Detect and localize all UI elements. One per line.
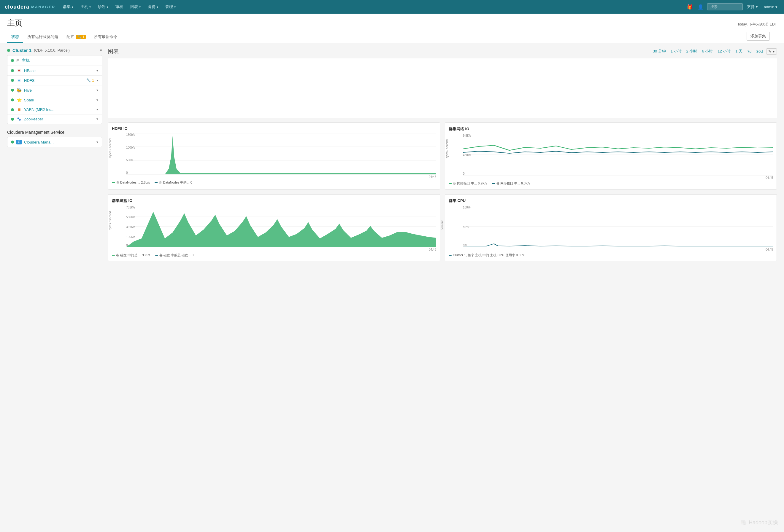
cluster-dropdown-icon[interactable]: ▾ xyxy=(100,48,102,53)
chevron-down-icon: ▾ xyxy=(89,5,91,9)
network-io-y-label: bytes / second xyxy=(445,139,449,158)
logo: cloudera MANAGER xyxy=(5,4,55,10)
time-2hr[interactable]: 2 小时 xyxy=(685,48,699,55)
tab-status[interactable]: 状态 xyxy=(7,32,23,43)
hosts-link[interactable]: 主机 xyxy=(22,58,30,63)
svg-marker-13 xyxy=(126,212,436,247)
hdfs-io-y-100: 100b/s xyxy=(126,146,135,149)
mgmt-service-link[interactable]: Cloudera Mana... xyxy=(24,140,94,144)
legend-color xyxy=(112,255,115,256)
network-io-title: 群集网络 IO xyxy=(449,126,773,132)
cpu-y-100: 100% xyxy=(463,206,471,209)
main-content: Cluster 1 (CDH 5.10.0, Parcel) ▾ ⊞ 主机 H … xyxy=(0,43,784,532)
hosts-status-dot xyxy=(11,59,14,62)
service-status-dot xyxy=(11,69,14,72)
network-io-legend: 各 网络接口 中... 6.9K/s 各 网络接口 中... 6.3K/s xyxy=(449,181,773,186)
service-link[interactable]: Hive xyxy=(24,88,94,92)
legend-item: 各 磁盘 中的总 磁盘... 0 xyxy=(155,253,194,257)
service-dropdown-icon[interactable]: ▾ xyxy=(96,108,98,112)
list-item: H HDFS 🔧 1 ▾ xyxy=(7,76,102,85)
network-io-chart-area: 9.8K/s 4.9K/s 0 xyxy=(463,134,773,176)
cluster-status-dot xyxy=(7,49,10,52)
tab-config[interactable]: 配置 🔧 1 xyxy=(62,32,90,43)
gift-icon[interactable]: 🎁 xyxy=(686,3,694,11)
legend-item: 各 网络接口 中... 6.3K/s xyxy=(492,181,531,186)
list-item: ⭐ Spark ▾ xyxy=(7,95,102,105)
cpu-y-0: 0% xyxy=(463,244,467,247)
nav-manage[interactable]: 管理 ▾ xyxy=(162,0,179,13)
legend-color xyxy=(112,182,115,183)
time-1day[interactable]: 1 天 xyxy=(734,48,744,55)
time-30min[interactable]: 30 分钟 xyxy=(652,48,667,55)
time-7d[interactable]: 7d xyxy=(746,49,753,54)
hdfs-io-chart-area: 150b/s 100b/s 50b/s 0 xyxy=(126,133,436,175)
chart-edit-button[interactable]: ✎ ▾ xyxy=(766,48,777,55)
add-cluster-button[interactable]: 添加群集 xyxy=(747,32,770,41)
nav-charts[interactable]: 图表 ▾ xyxy=(127,0,144,13)
time-6hr[interactable]: 6 小时 xyxy=(701,48,714,55)
service-status-dot xyxy=(11,89,14,92)
mgmt-dropdown-icon[interactable]: ▾ xyxy=(96,140,98,144)
chevron-down-icon: ▾ xyxy=(72,5,73,9)
wrench-icon: 🔧 xyxy=(78,35,82,39)
list-item: H HBase ▾ xyxy=(7,66,102,76)
hosts-row: ⊞ 主机 xyxy=(7,55,102,66)
service-dropdown-icon[interactable]: ▾ xyxy=(96,88,98,92)
search-input[interactable] xyxy=(707,3,743,10)
nav-audit[interactable]: 审核 xyxy=(112,0,126,13)
disk-y-781: 781K/s xyxy=(126,206,135,209)
service-link[interactable]: Spark xyxy=(24,98,94,102)
time-12hr[interactable]: 12 小时 xyxy=(716,48,732,55)
service-link[interactable]: YARN (MR2 Inc... xyxy=(24,107,94,112)
nav-host[interactable]: 主机 ▾ xyxy=(78,0,94,13)
logo-cloudera-text: cloudera xyxy=(5,4,29,10)
list-item: C Cloudera Mana... ▾ xyxy=(7,137,102,147)
cluster-header: Cluster 1 (CDH 5.10.0, Parcel) ▾ xyxy=(7,48,102,53)
svg-marker-4 xyxy=(165,136,436,174)
service-link[interactable]: HDFS xyxy=(24,78,84,83)
cluster-name[interactable]: Cluster 1 xyxy=(12,48,31,53)
config-badge: 🔧 1 xyxy=(76,35,86,39)
cpu-y-label: percent xyxy=(441,220,444,230)
service-dropdown-icon[interactable]: ▾ xyxy=(96,69,98,73)
service-dropdown-icon[interactable]: ▾ xyxy=(96,117,98,121)
legend-color xyxy=(155,255,158,256)
nav-diag[interactable]: 诊断 ▾ xyxy=(95,0,111,13)
tab-commands[interactable]: 所有最新命令 xyxy=(90,32,121,43)
hdfs-io-title: HDFS IO xyxy=(112,126,436,131)
time-controls: 30 分钟 1 小时 2 小时 6 小时 12 小时 1 天 7d 30d ✎ … xyxy=(652,48,777,55)
empty-chart-area xyxy=(108,58,777,118)
hdfs-io-chart: HDFS IO bytes / second 150b xyxy=(108,122,440,189)
page-timestamp: Today, 下午5点00分 EDT xyxy=(737,22,777,27)
legend-item: 各 DataNodes ... 2.8b/s xyxy=(112,180,150,185)
disk-io-chart-area: 781K/s 586K/s 391K/s 195K/s 0 xyxy=(126,206,436,247)
service-dropdown-icon[interactable]: ▾ xyxy=(96,98,98,102)
nav-backup[interactable]: 备份 ▾ xyxy=(145,0,161,13)
nav-cluster[interactable]: 群集 ▾ xyxy=(60,0,76,13)
legend-color xyxy=(492,183,495,184)
support-menu[interactable]: 支持 ▾ xyxy=(745,4,760,9)
admin-menu[interactable]: admin ▾ xyxy=(762,5,779,9)
service-status-dot xyxy=(11,108,14,111)
cpu-title: 群集 CPU xyxy=(449,198,773,203)
top-navigation: cloudera MANAGER 群集 ▾ 主机 ▾ 诊断 ▾ 审核 图表 ▾ … xyxy=(0,0,784,13)
hdfs-io-x-label: 04:45 xyxy=(126,175,436,179)
page-title: 主页 xyxy=(7,18,23,28)
chart-header: 图表 30 分钟 1 小时 2 小时 6 小时 12 小时 1 天 7d 30d… xyxy=(108,48,777,55)
service-dropdown-icon[interactable]: ▾ xyxy=(96,79,98,83)
wrench-icon: 🔧 xyxy=(86,78,91,83)
person-icon[interactable]: 👤 xyxy=(697,3,705,11)
chevron-down-icon: ▾ xyxy=(107,5,108,9)
hdfs-io-y-label: bytes / second xyxy=(109,139,112,157)
hdfs-io-y-0: 0 xyxy=(126,171,128,174)
tab-health[interactable]: 所有运行状况问题 xyxy=(23,32,62,43)
list-item: ⊞ YARN (MR2 Inc... ▾ xyxy=(7,105,102,115)
hive-icon: 🐝 xyxy=(16,88,22,92)
legend-item: Cluster 1, 整个 主机 中的 主机 CPU 使用率 0.35% xyxy=(449,253,525,257)
time-1hr[interactable]: 1 小时 xyxy=(669,48,683,55)
service-list: ⊞ 主机 H HBase ▾ H HDFS 🔧 1 ▾ xyxy=(7,55,102,124)
service-link[interactable]: ZooKeeper xyxy=(24,117,94,121)
time-30d[interactable]: 30d xyxy=(755,49,764,54)
service-link[interactable]: HBase xyxy=(24,68,94,73)
chart-grid: HDFS IO bytes / second 150b xyxy=(108,122,777,261)
